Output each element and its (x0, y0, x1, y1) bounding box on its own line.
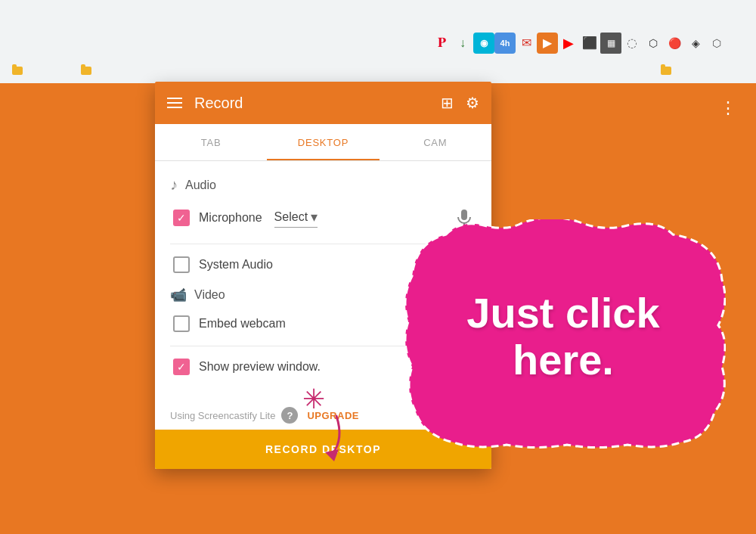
ext2-icon[interactable]: ◉ (473, 33, 494, 54)
annotation-line1: Just click (466, 289, 659, 337)
pinterest-icon[interactable]: 𝐏 (431, 33, 452, 54)
ext7-icon[interactable]: ◈ (685, 33, 706, 54)
tab-cam[interactable]: CAM (380, 124, 491, 160)
audio-label: Audio (185, 179, 216, 192)
youtube-icon[interactable]: ▶ (558, 33, 579, 54)
ext4-icon[interactable]: ◌ (621, 33, 643, 54)
annotation-text: Just click here. (417, 290, 710, 383)
video-label: Video (194, 288, 225, 302)
select-text: Select (274, 210, 308, 224)
system-audio-label: System Audio (199, 258, 273, 272)
page-menu-button[interactable]: ⋮ (720, 98, 738, 118)
svg-text:✳: ✳ (302, 384, 325, 414)
screencastify-icon[interactable]: ▶ (537, 33, 558, 54)
microphone-label: Microphone (199, 211, 262, 225)
annotation-bubble: Just click here. (401, 219, 726, 454)
settings-icon[interactable]: ⚙ (466, 94, 479, 112)
svg-marker-4 (325, 449, 339, 461)
embed-webcam-checkbox-unchecked (173, 315, 190, 332)
extension-icons: 𝐏 ↓ ◉ 4h ✉ ▶ ▶ ⬛ ▦ ◌ ⬡ 🔴 ◈ ⬡ ⋮ (431, 33, 750, 54)
microphone-checkbox[interactable]: ✓ (173, 210, 190, 226)
ext6-icon[interactable]: 🔴 (664, 33, 685, 54)
hamburger-line-3 (167, 107, 182, 108)
annotation-line2: here. (513, 336, 614, 383)
panel-header: Record ⊞ ⚙ (155, 82, 491, 124)
system-audio-checkbox[interactable] (173, 256, 190, 273)
folder-icon-3 (661, 67, 671, 75)
audio-section-header: ♪ Audio (170, 176, 476, 194)
video-camera-icon: 📹 (170, 287, 187, 303)
ext3-icon[interactable]: ⬛ (579, 33, 600, 54)
tab-tab[interactable]: TAB (155, 124, 267, 160)
folder-icon-2 (81, 67, 91, 75)
microphone-select-dropdown[interactable]: Select ▾ (274, 209, 318, 228)
arrow-annotation: ✳ (295, 371, 386, 469)
panel-header-icons: ⊞ ⚙ (441, 94, 479, 112)
folder-icon (12, 67, 23, 75)
panel-tabs: TAB DESKTOP CAM (155, 124, 491, 161)
show-preview-checkbox[interactable]: ✓ (173, 359, 190, 375)
audio-icon: ♪ (170, 176, 178, 194)
system-audio-checkbox-unchecked (173, 256, 190, 273)
embed-webcam-label: Embed webcam (199, 317, 286, 331)
ext8-icon[interactable]: ⬡ (706, 33, 727, 54)
ext5-icon[interactable]: ⬡ (643, 33, 664, 54)
embed-webcam-checkbox[interactable] (173, 315, 190, 332)
panel-title: Record (194, 95, 429, 112)
dropdown-arrow-icon: ▾ (311, 209, 318, 225)
hamburger-line-2 (167, 102, 182, 104)
using-text: Using Screencastify Lite (170, 410, 275, 421)
svg-rect-0 (461, 210, 467, 220)
microphone-checkbox-checked: ✓ (173, 210, 190, 226)
hamburger-line-1 (167, 98, 182, 99)
playlist-icon[interactable]: ⊞ (441, 94, 454, 112)
gmail-icon[interactable]: ✉ (516, 33, 537, 54)
timer-ext-icon[interactable]: 4h (494, 33, 516, 54)
show-preview-checkbox-checked: ✓ (173, 359, 190, 375)
hamburger-menu[interactable] (167, 98, 182, 108)
video-ext-icon[interactable]: ▦ (600, 33, 621, 54)
ext1-icon[interactable]: ↓ (452, 33, 473, 54)
tab-desktop[interactable]: DESKTOP (267, 124, 379, 160)
